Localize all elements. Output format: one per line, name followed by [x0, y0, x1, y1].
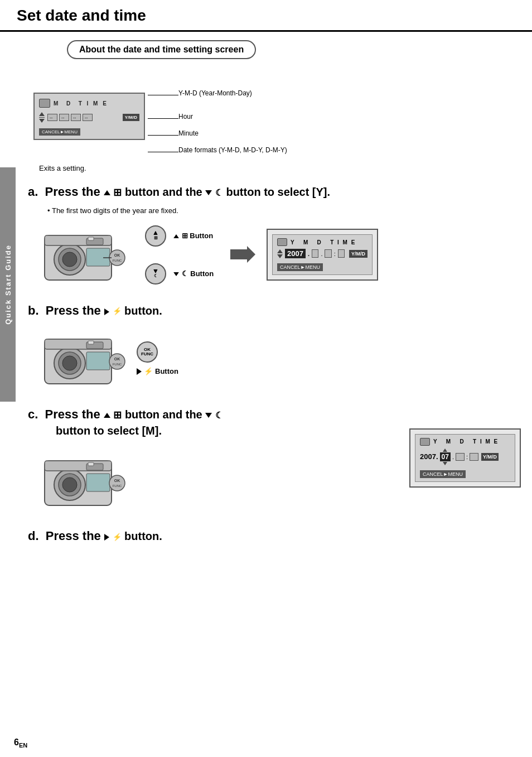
down-btn-text: ☾ Button	[173, 269, 214, 278]
callout-line-3	[148, 135, 178, 136]
down-button-label: ⯆☾ ☾ Button	[145, 263, 214, 285]
step-c-layout: c. Press the ⊞ button and the ☾ button t…	[17, 406, 521, 514]
svg-rect-6	[88, 237, 94, 240]
data-boxes: -- -- -- -- Y/M/D	[47, 114, 139, 121]
arrow-right-icon	[225, 245, 255, 264]
flash-icon-b: ⚡	[113, 306, 122, 316]
svg-rect-13	[86, 248, 110, 266]
svg-point-50	[109, 475, 125, 491]
step-c-left: c. Press the ⊞ button and the ☾ button t…	[17, 406, 393, 514]
tri-down-small	[173, 272, 179, 276]
up-triangle-icon	[104, 190, 110, 195]
tri-up-small	[173, 234, 179, 238]
data-box-3: --	[71, 114, 81, 121]
result-year-a: 2007	[285, 249, 306, 258]
step-c-section: c. Press the ⊞ button and the ☾ button t…	[17, 406, 521, 514]
svg-text:OK: OK	[114, 253, 120, 257]
data-box-4: --	[83, 114, 93, 121]
data-box-1: --	[47, 114, 57, 121]
svg-text:FUNC: FUNC	[113, 484, 122, 488]
step-b-content: OK FUNC OKFUNC ⚡ Button	[39, 325, 521, 392]
up-button-label: ⯅⊞ ⊞ Button	[145, 225, 214, 247]
step-a-subtitle: The first two digits of the year are fix…	[47, 206, 521, 215]
result-month-c: 07	[440, 452, 451, 461]
tri-down-c	[205, 413, 212, 418]
callout-label-3: Minute	[178, 129, 199, 137]
result-screen-a: Y M D T I M E 2007 . . :	[267, 229, 378, 281]
step-c-title: c. Press the ⊞ button and the ☾ button t…	[28, 406, 240, 439]
step-a-section: a. Press the ⊞ button and the ☾ button t…	[17, 184, 521, 288]
button-labels-a: ⯅⊞ ⊞ Button ⯆☾ ☾ Button	[145, 225, 214, 285]
svg-text:OK: OK	[114, 479, 120, 483]
svg-marker-18	[230, 246, 255, 263]
main-content: About the date and time setting screen M…	[17, 32, 521, 545]
btn-b-text: Button	[155, 367, 178, 375]
svg-point-39	[62, 478, 77, 492]
circle-button-b[interactable]: OKFUNC	[137, 341, 158, 363]
page-header: Set date and time	[0, 0, 532, 32]
screen-labels: M D T I M E	[54, 100, 108, 107]
screen-mockup: M D T I M E -- -- -- -- Y/M/D CANCEL►MEN…	[33, 93, 145, 140]
page-num-value: 6	[14, 737, 19, 747]
result-year-c: 2007.	[420, 452, 438, 461]
step-a-title: a. Press the ⊞ button and the ☾ button t…	[28, 184, 521, 201]
nav-down-arrow	[39, 119, 45, 123]
callout-hour: Hour	[148, 110, 521, 127]
right-triangle-icon-b	[104, 308, 109, 315]
callout-line-1	[148, 95, 178, 95]
btn-b-label: ⚡ Button	[137, 367, 178, 375]
section-header-box: About the date and time setting screen	[67, 40, 256, 59]
circle-button-down[interactable]: ⯆☾	[145, 263, 166, 285]
tri-up-c	[104, 413, 110, 418]
data-box-2: --	[59, 114, 69, 121]
step-a-letter: a. Press the	[28, 185, 104, 199]
result-screen-labels-c: Y M D T I M E	[433, 438, 499, 445]
callout-label-4: Date formats (Y-M-D, M-D-Y, D-M-Y)	[178, 146, 287, 154]
svg-text:FUNC: FUNC	[113, 363, 122, 366]
result-screen-labels-a: Y M D T I M E	[291, 239, 356, 245]
screen-header-row: M D T I M E	[39, 97, 139, 109]
step-b-section: b. Press the ⚡ button.	[17, 302, 521, 392]
sidebar-tab: Quick Start Guide	[0, 167, 16, 402]
callout-dateformats: Date formats (Y-M-D, M-D-Y, D-M-Y)	[148, 144, 521, 161]
page-num-suffix: EN	[19, 742, 27, 749]
result-ymd-c: Y/M/D	[481, 453, 499, 461]
flash-icon-d: ⚡	[113, 532, 122, 542]
sidebar-label: Quick Start Guide	[4, 244, 12, 325]
svg-rect-42	[88, 462, 94, 466]
step-c-content: OK FUNC	[39, 447, 393, 514]
callout-label-1: Y-M-D (Year-Month-Day)	[178, 89, 252, 97]
nav-up-arrow	[39, 112, 45, 116]
page-number: 6EN	[14, 737, 27, 749]
screen-nav-col	[39, 112, 45, 123]
result-screen-c: Y M D T I M E 2007. 07 . : Y	[409, 428, 521, 488]
svg-text:OK: OK	[114, 357, 120, 361]
right-triangle-icon-d	[104, 534, 109, 541]
callout-minute: Minute	[148, 127, 521, 144]
svg-rect-32	[86, 352, 110, 370]
callout-line-4	[148, 152, 178, 152]
svg-point-14	[109, 250, 125, 266]
down-triangle-icon	[205, 190, 212, 195]
circle-button-up[interactable]: ⯅⊞	[145, 225, 166, 247]
result-ymd-a: Y/M/D	[349, 250, 367, 258]
svg-point-3	[62, 252, 77, 267]
right-tri-b	[137, 368, 142, 375]
step-a-content: OK FUNC ⯅⊞ ⊞ Button ⯆	[39, 221, 521, 288]
ymd-badge: Y/M/D	[123, 114, 139, 121]
camera-device-a: OK FUNC	[39, 221, 128, 288]
svg-point-33	[109, 354, 125, 369]
callout-line-2	[148, 118, 178, 119]
callout-ymd: Y-M-D (Year-Month-Day)	[148, 87, 521, 104]
step-d-title: d. Press the ⚡ button.	[28, 528, 521, 545]
svg-rect-49	[86, 474, 110, 491]
flash-icon-b2: ⚡	[144, 367, 153, 375]
nav-line	[39, 117, 45, 118]
cancel-menu-label: CANCEL►MENU	[39, 128, 80, 136]
result-cancel-c: CANCEL►MENU	[420, 470, 466, 478]
screen-nav-row: -- -- -- -- Y/M/D	[39, 112, 139, 123]
diagram-area: M D T I M E -- -- -- -- Y/M/D CANCEL►MEN…	[33, 81, 521, 161]
step-d-section: d. Press the ⚡ button.	[17, 528, 521, 545]
button-labels-b: OKFUNC ⚡ Button	[137, 341, 178, 375]
camera-device-b: OK FUNC	[39, 325, 128, 392]
